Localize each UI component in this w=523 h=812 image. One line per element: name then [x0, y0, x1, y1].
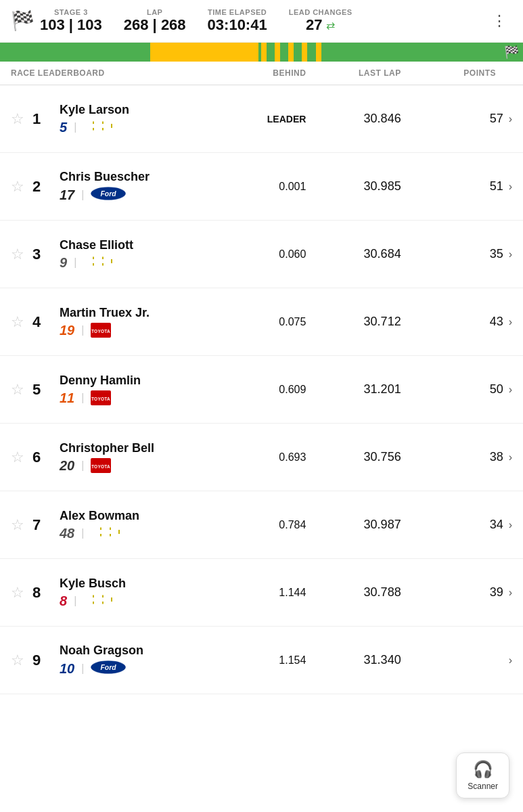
car-number: 8 [60, 594, 67, 608]
toyota-manufacturer-logo: TOYOTA [91, 323, 111, 338]
expand-row-button[interactable]: › [509, 451, 512, 464]
expand-row-button[interactable]: › [509, 248, 512, 261]
driver-position: 8 [32, 584, 51, 602]
progress-segment-3 [324, 43, 504, 62]
col-behind-header: BEHIND [227, 68, 322, 78]
last-lap-value: 30.788 [322, 585, 417, 600]
last-lap-value: 31.340 [322, 653, 417, 667]
expand-row-button[interactable]: › [509, 587, 512, 599]
toyota-manufacturer-logo: TOYOTA [91, 458, 111, 473]
svg-rect-7 [94, 263, 102, 266]
leaderboard: ☆ 1 Kyle Larson 5 | LEADER 30.8 [0, 85, 523, 694]
lap-stat: LAP 268 | 268 [124, 8, 186, 34]
expand-row-button[interactable]: › [509, 384, 512, 396]
behind-value: 0.609 [227, 384, 322, 396]
driver-cell: ☆ 7 Alex Bowman 48 | [11, 509, 227, 541]
svg-rect-19 [94, 602, 102, 604]
car-number: 17 [60, 188, 74, 202]
more-options-icon[interactable]: ⋮ [486, 9, 512, 32]
expand-row-button[interactable]: › [509, 519, 512, 531]
driver-info: Chris Buescher 17 | Ford [60, 170, 150, 203]
points-value: 38 [490, 450, 509, 464]
last-lap-value: 30.712 [322, 315, 417, 329]
table-row[interactable]: ☆ 8 Kyle Busch 8 | 1.144 30.788 [0, 559, 523, 627]
favorite-star-icon[interactable]: ☆ [11, 110, 24, 128]
progress-segment-1 [0, 43, 150, 62]
last-lap-value: 30.846 [322, 112, 417, 126]
driver-badges: 11 | TOYOTA [60, 390, 141, 405]
driver-cell: ☆ 5 Denny Hamlin 11 | TOYOTA [11, 374, 227, 405]
flag-end-icon: 🏁 [504, 45, 519, 60]
scanner-label: Scanner [468, 782, 498, 791]
favorite-star-icon[interactable]: ☆ [11, 652, 24, 669]
favorite-star-icon[interactable]: ☆ [11, 516, 24, 534]
svg-rect-6 [94, 257, 102, 260]
col-lastlap-header: LAST LAP [322, 68, 417, 78]
driver-info: Chase Elliott 9 | [60, 238, 133, 270]
table-header: RACE LEADERBOARD BEHIND LAST LAP POINTS [0, 62, 523, 85]
car-number: 48 [60, 526, 74, 540]
manufacturer-logo: Ford [91, 660, 126, 677]
expand-row-button[interactable]: › [509, 654, 512, 667]
driver-cell: ☆ 8 Kyle Busch 8 | [11, 577, 227, 608]
manufacturer-logo [91, 526, 120, 541]
svg-text:TOYOTA: TOYOTA [91, 397, 110, 401]
favorite-star-icon[interactable]: ☆ [11, 178, 24, 196]
manufacturer-logo: TOYOTA [91, 390, 111, 405]
col-driver-header: RACE LEADERBOARD [11, 68, 227, 78]
table-row[interactable]: ☆ 5 Denny Hamlin 11 | TOYOTA 0.609 31.20… [0, 356, 523, 424]
favorite-star-icon[interactable]: ☆ [11, 584, 24, 602]
svg-rect-1 [94, 122, 102, 125]
driver-name: Kyle Busch [60, 577, 126, 591]
expand-row-button[interactable]: › [509, 113, 512, 125]
svg-text:Ford: Ford [101, 190, 117, 198]
driver-name: Alex Bowman [60, 509, 139, 523]
svg-text:Ford: Ford [101, 664, 117, 671]
table-row[interactable]: ☆ 1 Kyle Larson 5 | LEADER 30.8 [0, 85, 523, 153]
race-progress-bar: 🏁 [0, 43, 523, 62]
favorite-star-icon[interactable]: ☆ [11, 313, 24, 331]
driver-info: Christopher Bell 20 | TOYOTA [60, 441, 154, 473]
checkered-flag-icon: 🏁 [11, 12, 35, 30]
points-value: 35 [490, 247, 509, 261]
favorite-star-icon[interactable]: ☆ [11, 246, 24, 263]
table-row[interactable]: ☆ 2 Chris Buescher 17 | Ford 0.001 30.98… [0, 153, 523, 221]
car-number: 5 [60, 120, 67, 134]
behind-value: 0.060 [227, 248, 322, 261]
table-row[interactable]: ☆ 7 Alex Bowman 48 | 0.784 30.9 [0, 491, 523, 559]
expand-row-button[interactable]: › [509, 316, 512, 328]
driver-badges: 10 | Ford [60, 660, 143, 677]
driver-position: 5 [32, 381, 51, 399]
expand-row-button[interactable]: › [509, 181, 512, 193]
time-label: TIME ELAPSED [208, 8, 267, 16]
driver-position: 7 [32, 516, 51, 534]
table-row[interactable]: ☆ 3 Chase Elliott 9 | 0.060 30. [0, 221, 523, 288]
lead-changes-row: 27 ⇄ [306, 16, 335, 34]
table-row[interactable]: ☆ 6 Christopher Bell 20 | TOYOTA 0.693 3… [0, 424, 523, 491]
stage-value: 103 | 103 [40, 16, 102, 34]
favorite-star-icon[interactable]: ☆ [11, 381, 24, 399]
behind-value: 0.001 [227, 181, 322, 193]
time-value: 03:10:41 [208, 16, 267, 34]
behind-value: 1.154 [227, 654, 322, 667]
table-row[interactable]: ☆ 9 Noah Gragson 10 | Ford 1.154 31.340 … [0, 627, 523, 694]
lead-changes-stat: LEAD CHANGES 27 ⇄ [289, 8, 353, 34]
driver-cell: ☆ 9 Noah Gragson 10 | Ford [11, 644, 227, 677]
header: 🏁 STAGE 3 103 | 103 LAP 268 | 268 TIME E… [0, 0, 523, 43]
behind-value: 0.693 [227, 451, 322, 464]
lead-changes-value: 27 [306, 16, 322, 34]
lap-label: LAP [147, 8, 163, 16]
driver-info: Denny Hamlin 11 | TOYOTA [60, 374, 141, 405]
driver-badges: 19 | TOYOTA [60, 323, 150, 338]
table-row[interactable]: ☆ 4 Martin Truex Jr. 19 | TOYOTA 0.075 3… [0, 288, 523, 356]
driver-badges: 9 | [60, 255, 133, 270]
driver-badges: 48 | [60, 526, 139, 541]
manufacturer-logo: Ford [91, 187, 126, 203]
lap-value: 268 | 268 [124, 16, 186, 34]
favorite-star-icon[interactable]: ☆ [11, 449, 24, 466]
scanner-button[interactable]: 🎧 Scanner [456, 752, 509, 798]
header-stats: STAGE 3 103 | 103 LAP 268 | 268 TIME ELA… [40, 8, 353, 34]
svg-rect-15 [101, 528, 110, 531]
manufacturer-logo [83, 255, 113, 270]
points-value: 57 [490, 112, 509, 126]
